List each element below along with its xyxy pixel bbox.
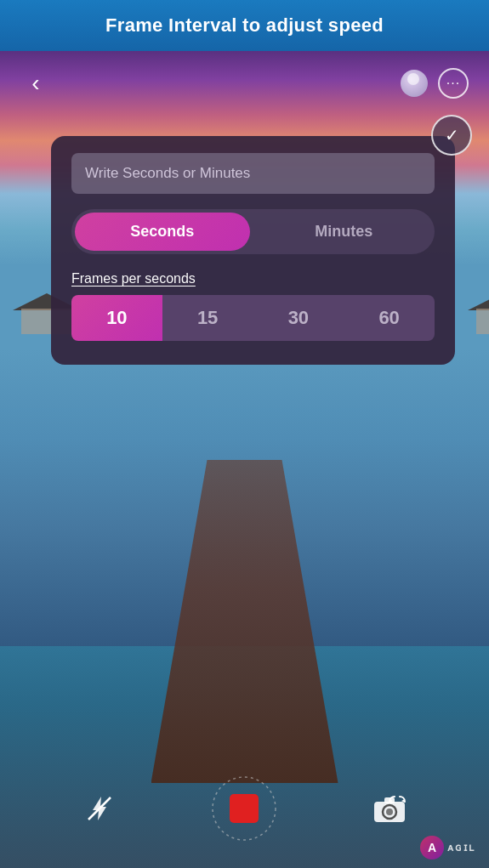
fps-15-button[interactable]: 15 xyxy=(162,295,253,341)
more-button[interactable]: ··· xyxy=(438,68,469,99)
fps-label: Frames per seconds xyxy=(71,271,196,286)
more-icon: ··· xyxy=(446,77,460,90)
main-content: ‹ ··· ✓ Write Seconds or Minutes Seconds… xyxy=(0,51,489,868)
nav-right: ··· xyxy=(401,68,469,99)
header-bar: Frame Interval to adjust speed xyxy=(0,0,489,51)
svg-point-5 xyxy=(386,808,393,815)
confirm-button[interactable]: ✓ xyxy=(431,115,472,156)
record-button[interactable] xyxy=(210,774,278,842)
back-icon: ‹ xyxy=(31,71,39,95)
bungalow-body-r xyxy=(476,309,489,334)
fps-10-button[interactable]: 10 xyxy=(71,295,162,341)
fps-selector: 10 15 30 60 xyxy=(71,295,435,341)
profile-icon xyxy=(401,70,428,97)
flash-off-icon xyxy=(86,795,113,822)
write-input-container[interactable]: Write Seconds or Minutes xyxy=(71,153,435,194)
top-nav: ‹ ··· xyxy=(0,68,489,99)
fps-30-button[interactable]: 30 xyxy=(253,295,344,341)
fps-60-button[interactable]: 60 xyxy=(344,295,435,341)
write-input-label: Write Seconds or Minutes xyxy=(85,165,250,181)
minutes-toggle[interactable]: Minutes xyxy=(257,213,432,251)
watermark-text: ᴀɢɪʟ xyxy=(447,842,475,854)
header-title: Frame Interval to adjust speed xyxy=(105,14,384,37)
watermark: A ᴀɢɪʟ xyxy=(420,836,475,859)
flash-button[interactable] xyxy=(79,788,120,829)
camera-flip-button[interactable] xyxy=(369,788,410,829)
seconds-toggle[interactable]: Seconds xyxy=(75,213,250,251)
fps-label-row: Frames per seconds xyxy=(71,271,435,286)
back-button[interactable]: ‹ xyxy=(20,68,51,99)
modal-dialog: Write Seconds or Minutes Seconds Minutes… xyxy=(51,136,455,365)
camera-flip-icon xyxy=(372,793,407,824)
toggle-container: Seconds Minutes xyxy=(71,209,435,254)
check-icon: ✓ xyxy=(445,127,459,144)
record-square-icon xyxy=(230,794,259,823)
bottom-controls xyxy=(0,774,489,842)
watermark-icon: A xyxy=(420,836,444,859)
